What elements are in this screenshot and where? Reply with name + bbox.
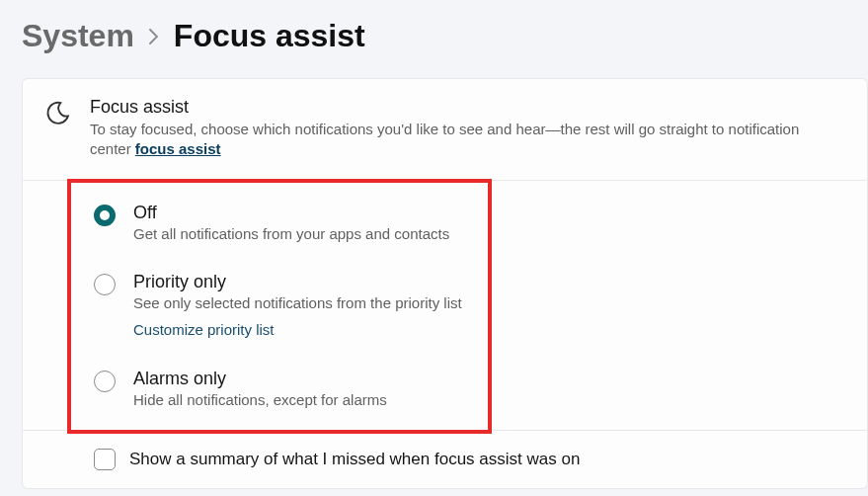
chevron-right-icon [148,23,160,49]
breadcrumb-current: Focus assist [174,18,365,54]
customize-priority-list-link[interactable]: Customize priority list [133,321,275,338]
focus-mode-options: Off Get all notifications from your apps… [23,181,867,431]
moon-icon [44,99,72,126]
focus-assist-card: Focus assist To stay focused, choose whi… [22,78,868,489]
summary-checkbox-row[interactable]: Show a summary of what I missed when foc… [23,431,867,488]
radio-priority-only[interactable] [94,274,116,295]
option-priority-label: Priority only [133,272,462,292]
option-alarms-desc: Hide all notifications, except for alarm… [133,391,387,408]
option-off[interactable]: Off Get all notifications from your apps… [94,203,867,242]
option-off-label: Off [133,203,449,223]
option-priority-desc: See only selected notifications from the… [133,294,462,311]
option-alarms-only[interactable]: Alarms only Hide all notifications, exce… [94,369,867,408]
radio-alarms-only[interactable] [94,371,116,392]
option-off-desc: Get all notifications from your apps and… [133,225,449,242]
radio-off[interactable] [94,205,116,226]
option-priority-only[interactable]: Priority only See only selected notifica… [94,272,867,339]
card-description: To stay focused, choose which notificati… [90,120,841,160]
breadcrumb-parent[interactable]: System [22,18,134,54]
summary-checkbox[interactable] [94,449,116,470]
card-header: Focus assist To stay focused, choose whi… [23,79,867,181]
option-alarms-label: Alarms only [133,369,387,389]
focus-assist-help-link[interactable]: focus assist [135,140,221,157]
summary-checkbox-label: Show a summary of what I missed when foc… [129,450,580,469]
card-title: Focus assist [90,97,841,118]
breadcrumb: System Focus assist [0,0,868,78]
